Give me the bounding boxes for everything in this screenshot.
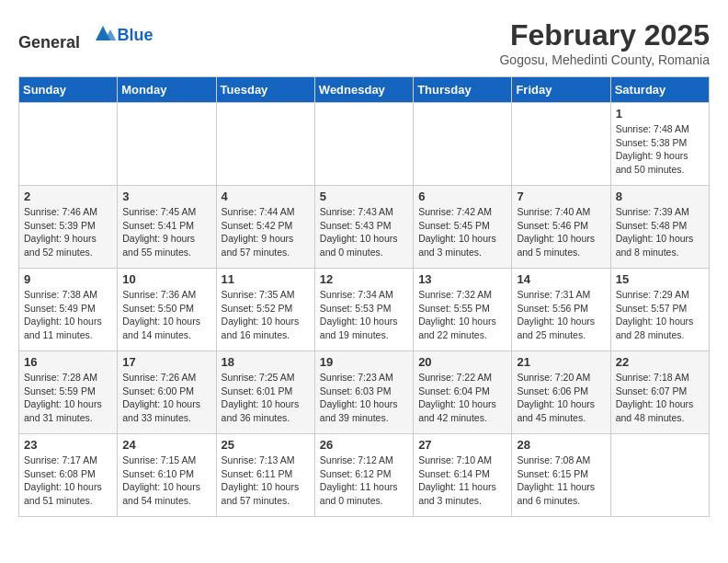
calendar-cell: 6Sunrise: 7:42 AM Sunset: 5:45 PM Daylig… (414, 186, 512, 269)
day-info: Sunrise: 7:13 AM Sunset: 6:11 PM Dayligh… (222, 454, 310, 508)
calendar-cell: 18Sunrise: 7:25 AM Sunset: 6:01 PM Dayli… (216, 351, 314, 434)
calendar-cell: 1Sunrise: 7:48 AM Sunset: 5:38 PM Daylig… (610, 103, 709, 186)
calendar-cell: 11Sunrise: 7:35 AM Sunset: 5:52 PM Dayli… (216, 269, 314, 351)
calendar-cell: 2Sunrise: 7:46 AM Sunset: 5:39 PM Daylig… (19, 186, 118, 269)
title-area: February 2025 Gogosu, Mehedinti County, … (499, 18, 710, 67)
weekday-header-tuesday: Tuesday (216, 77, 314, 103)
day-info: Sunrise: 7:31 AM Sunset: 5:56 PM Dayligh… (517, 288, 605, 342)
day-info: Sunrise: 7:18 AM Sunset: 6:07 PM Dayligh… (616, 371, 704, 425)
day-info: Sunrise: 7:35 AM Sunset: 5:52 PM Dayligh… (222, 288, 310, 342)
day-number: 6 (418, 190, 506, 203)
weekday-header-saturday: Saturday (610, 77, 709, 103)
day-number: 26 (320, 438, 408, 452)
day-number: 25 (222, 438, 310, 452)
calendar-cell: 10Sunrise: 7:36 AM Sunset: 5:50 PM Dayli… (118, 269, 216, 351)
day-info: Sunrise: 7:38 AM Sunset: 5:49 PM Dayligh… (24, 288, 112, 342)
day-number: 22 (616, 355, 704, 369)
day-number: 20 (418, 355, 506, 369)
calendar-cell (414, 103, 512, 186)
day-info: Sunrise: 7:08 AM Sunset: 6:15 PM Dayligh… (517, 454, 605, 508)
calendar-cell: 16Sunrise: 7:28 AM Sunset: 5:59 PM Dayli… (19, 351, 118, 434)
logo-blue-text: Blue (118, 26, 154, 45)
day-number: 12 (320, 272, 408, 286)
day-number: 13 (418, 272, 506, 286)
calendar-cell: 13Sunrise: 7:32 AM Sunset: 5:55 PM Dayli… (414, 269, 512, 351)
day-number: 19 (320, 355, 408, 369)
calendar-cell: 26Sunrise: 7:12 AM Sunset: 6:12 PM Dayli… (314, 434, 413, 517)
day-info: Sunrise: 7:43 AM Sunset: 5:43 PM Dayligh… (320, 205, 408, 259)
day-number: 10 (122, 272, 210, 286)
day-info: Sunrise: 7:46 AM Sunset: 5:39 PM Dayligh… (24, 205, 112, 259)
calendar-cell: 24Sunrise: 7:15 AM Sunset: 6:10 PM Dayli… (118, 434, 216, 517)
calendar-cell (19, 103, 118, 186)
day-info: Sunrise: 7:10 AM Sunset: 6:14 PM Dayligh… (418, 454, 506, 508)
calendar-cell: 8Sunrise: 7:39 AM Sunset: 5:48 PM Daylig… (610, 186, 709, 269)
calendar-cell: 23Sunrise: 7:17 AM Sunset: 6:08 PM Dayli… (19, 434, 118, 517)
calendar-cell (118, 103, 216, 186)
calendar-cell: 7Sunrise: 7:40 AM Sunset: 5:46 PM Daylig… (512, 186, 610, 269)
day-info: Sunrise: 7:20 AM Sunset: 6:06 PM Dayligh… (517, 371, 605, 425)
day-number: 9 (24, 272, 112, 286)
weekday-header-thursday: Thursday (414, 77, 512, 103)
day-number: 17 (122, 355, 210, 369)
day-number: 8 (616, 190, 704, 203)
day-info: Sunrise: 7:28 AM Sunset: 5:59 PM Dayligh… (24, 371, 112, 425)
calendar-week-4: 23Sunrise: 7:17 AM Sunset: 6:08 PM Dayli… (19, 434, 710, 517)
day-info: Sunrise: 7:34 AM Sunset: 5:53 PM Dayligh… (320, 288, 408, 342)
calendar-body: 1Sunrise: 7:48 AM Sunset: 5:38 PM Daylig… (19, 103, 710, 517)
day-number: 21 (517, 355, 605, 369)
day-number: 24 (122, 438, 210, 452)
calendar-week-3: 16Sunrise: 7:28 AM Sunset: 5:59 PM Dayli… (19, 351, 710, 434)
calendar-cell: 14Sunrise: 7:31 AM Sunset: 5:56 PM Dayli… (512, 269, 610, 351)
day-info: Sunrise: 7:32 AM Sunset: 5:55 PM Dayligh… (418, 288, 506, 342)
day-number: 14 (517, 272, 605, 286)
weekday-header-friday: Friday (512, 77, 610, 103)
calendar-cell: 3Sunrise: 7:45 AM Sunset: 5:41 PM Daylig… (118, 186, 216, 269)
calendar-week-0: 1Sunrise: 7:48 AM Sunset: 5:38 PM Daylig… (19, 103, 710, 186)
logo-general-text: General (18, 33, 80, 52)
header: General Blue February 2025 Gogosu, Mehed… (18, 18, 710, 67)
calendar-cell: 22Sunrise: 7:18 AM Sunset: 6:07 PM Dayli… (610, 351, 709, 434)
day-number: 5 (320, 190, 408, 203)
weekday-header-wednesday: Wednesday (314, 77, 413, 103)
day-info: Sunrise: 7:40 AM Sunset: 5:46 PM Dayligh… (517, 205, 605, 259)
calendar-cell: 12Sunrise: 7:34 AM Sunset: 5:53 PM Dayli… (314, 269, 413, 351)
calendar-cell: 9Sunrise: 7:38 AM Sunset: 5:49 PM Daylig… (19, 269, 118, 351)
day-number: 18 (222, 355, 310, 369)
calendar-header: SundayMondayTuesdayWednesdayThursdayFrid… (19, 77, 710, 103)
weekday-header-sunday: Sunday (19, 77, 118, 103)
weekday-header-row: SundayMondayTuesdayWednesdayThursdayFrid… (19, 77, 710, 103)
day-info: Sunrise: 7:39 AM Sunset: 5:48 PM Dayligh… (616, 205, 704, 259)
day-number: 16 (24, 355, 112, 369)
logo-icon (88, 18, 118, 48)
day-number: 11 (222, 272, 310, 286)
logo: General Blue (18, 18, 154, 52)
day-info: Sunrise: 7:48 AM Sunset: 5:38 PM Dayligh… (616, 122, 704, 177)
day-info: Sunrise: 7:23 AM Sunset: 6:03 PM Dayligh… (320, 371, 408, 425)
day-number: 4 (222, 190, 310, 203)
day-info: Sunrise: 7:26 AM Sunset: 6:00 PM Dayligh… (122, 371, 210, 425)
calendar-cell (610, 434, 709, 517)
day-number: 28 (517, 438, 605, 452)
calendar-cell (216, 103, 314, 186)
calendar-cell: 15Sunrise: 7:29 AM Sunset: 5:57 PM Dayli… (610, 269, 709, 351)
calendar-table: SundayMondayTuesdayWednesdayThursdayFrid… (18, 76, 710, 517)
calendar-title: February 2025 (499, 18, 710, 52)
calendar-cell: 28Sunrise: 7:08 AM Sunset: 6:15 PM Dayli… (512, 434, 610, 517)
day-number: 7 (517, 190, 605, 203)
calendar-cell: 27Sunrise: 7:10 AM Sunset: 6:14 PM Dayli… (414, 434, 512, 517)
calendar-cell: 4Sunrise: 7:44 AM Sunset: 5:42 PM Daylig… (216, 186, 314, 269)
day-number: 2 (24, 190, 112, 203)
day-info: Sunrise: 7:29 AM Sunset: 5:57 PM Dayligh… (616, 288, 704, 342)
day-info: Sunrise: 7:25 AM Sunset: 6:01 PM Dayligh… (222, 371, 310, 425)
calendar-cell (314, 103, 413, 186)
day-info: Sunrise: 7:22 AM Sunset: 6:04 PM Dayligh… (418, 371, 506, 425)
day-info: Sunrise: 7:42 AM Sunset: 5:45 PM Dayligh… (418, 205, 506, 259)
calendar-cell: 19Sunrise: 7:23 AM Sunset: 6:03 PM Dayli… (314, 351, 413, 434)
day-number: 23 (24, 438, 112, 452)
day-info: Sunrise: 7:44 AM Sunset: 5:42 PM Dayligh… (222, 205, 310, 259)
weekday-header-monday: Monday (118, 77, 216, 103)
calendar-cell (512, 103, 610, 186)
day-number: 27 (418, 438, 506, 452)
calendar-week-1: 2Sunrise: 7:46 AM Sunset: 5:39 PM Daylig… (19, 186, 710, 269)
